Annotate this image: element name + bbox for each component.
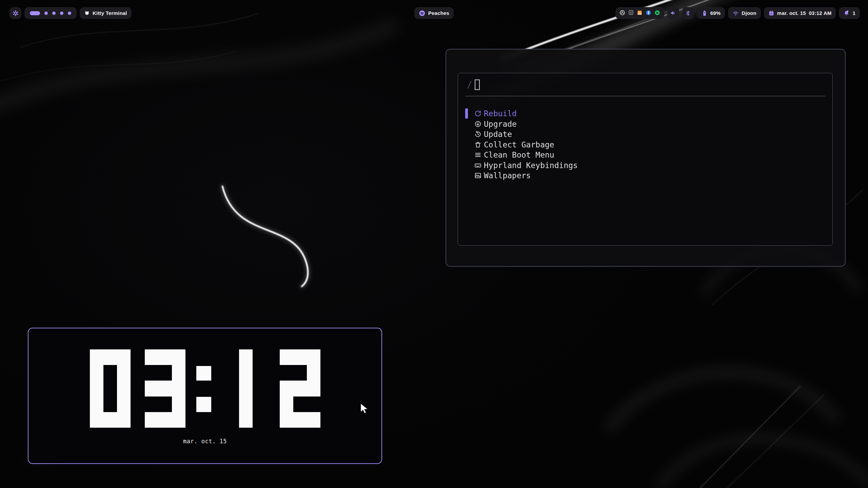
- datetime-text: mar. oct. 15 03:12 AM: [777, 10, 832, 16]
- digit-cutout: [145, 396, 172, 412]
- menu-item-label: Rebuild: [484, 109, 517, 118]
- menu-item-label: Update: [484, 130, 512, 139]
- workspace-2[interactable]: [44, 12, 48, 15]
- bell-icon: [843, 10, 850, 16]
- notifications-pill[interactable]: 1: [839, 7, 860, 19]
- media-pill[interactable]: Peaches: [414, 7, 454, 19]
- digit-cutout: [103, 365, 117, 412]
- digit-cutout: [145, 365, 172, 381]
- workspace-4[interactable]: [60, 12, 63, 15]
- battery-percent: 69%: [710, 10, 721, 16]
- menu-item-label: Wallpapers: [484, 171, 531, 180]
- list-icon: [474, 151, 481, 159]
- notification-count: 1: [852, 10, 855, 16]
- menu-item-rebuild[interactable]: Rebuild: [458, 108, 832, 119]
- nix-snowflake-icon: [12, 10, 19, 17]
- keyboard-icon: [474, 162, 481, 169]
- top-bar-right: K 69%: [615, 7, 860, 19]
- mouse-cursor: [360, 403, 369, 414]
- download-circle-icon: [474, 120, 481, 127]
- menu-item-clean-boot-menu[interactable]: Clean Boot Menu: [458, 150, 832, 160]
- menu-item-collect-garbage[interactable]: Collect Garbage: [458, 140, 832, 150]
- menu-item-upgrade[interactable]: Upgrade: [458, 119, 832, 129]
- keepassxc-tray-icon[interactable]: K: [628, 10, 634, 16]
- top-bar-center: Peaches: [414, 7, 454, 19]
- window-title: Kitty Terminal: [93, 10, 127, 16]
- top-bar-left: Kitty Terminal: [9, 7, 132, 19]
- cat-icon: [84, 10, 90, 16]
- digit-cutout: [293, 396, 320, 412]
- workspace-active[interactable]: [30, 11, 40, 15]
- clock-digit-2: [280, 349, 320, 428]
- speaker-icon: [670, 10, 676, 16]
- desktop: { "colors": { "accent": "#a78bfa", "sele…: [0, 0, 868, 488]
- active-window-pill[interactable]: Kitty Terminal: [80, 7, 132, 19]
- volume-button[interactable]: [667, 7, 679, 19]
- media-title: Peaches: [428, 10, 449, 16]
- clock-colon-dot: [196, 397, 211, 412]
- launcher-menu: / RebuildUpgradeUpdateCollect GarbageCle…: [446, 49, 846, 267]
- calendar-icon: [768, 10, 774, 16]
- system-tray[interactable]: K: [615, 7, 664, 19]
- menu-item-hyprland-keybindings[interactable]: Hyprland Keybindings: [458, 160, 832, 171]
- trash-icon: [474, 141, 481, 148]
- menu-item-wallpapers[interactable]: Wallpapers: [458, 170, 832, 181]
- history-icon: [474, 131, 481, 138]
- menu-item-label: Clean Boot Menu: [484, 150, 554, 159]
- launcher-button[interactable]: [9, 7, 21, 19]
- workspace-3[interactable]: [52, 12, 56, 15]
- clock-widget: mar. oct. 15: [28, 328, 382, 464]
- obs-tray-icon[interactable]: [619, 10, 625, 17]
- launcher-inner-box: / RebuildUpgradeUpdateCollect GarbageCle…: [458, 73, 833, 246]
- image-icon: [474, 172, 481, 179]
- files-tray-icon[interactable]: [637, 10, 643, 17]
- text-cursor: [475, 80, 480, 90]
- datetime-pill[interactable]: mar. oct. 15 03:12 AM: [764, 7, 836, 19]
- network-ssid: Djoon: [742, 10, 756, 16]
- bluetooth-button[interactable]: [682, 7, 694, 19]
- digit-cutout: [280, 365, 307, 381]
- bluetooth-icon: [685, 10, 691, 16]
- top-bar: Kitty Terminal Peaches K: [0, 0, 868, 26]
- battery-pill[interactable]: 69%: [697, 7, 725, 19]
- clock-date: mar. oct. 15: [28, 438, 381, 445]
- wifi-icon: [732, 10, 739, 16]
- menu-item-label: Collect Garbage: [484, 140, 554, 149]
- menu-item-label: Upgrade: [484, 120, 517, 128]
- clock-digit-3: [145, 349, 185, 428]
- menu-item-label: Hyprland Keybindings: [484, 161, 578, 170]
- workspace-5[interactable]: [68, 12, 71, 15]
- refresh-icon: [474, 110, 481, 117]
- clock-digit-1: [239, 349, 253, 428]
- bluetooth-tray-icon[interactable]: [646, 10, 651, 17]
- selection-bar: [465, 108, 468, 119]
- search-prompt: /: [467, 80, 472, 90]
- workspace-indicator[interactable]: [24, 7, 77, 19]
- network-pill[interactable]: Djoon: [728, 7, 761, 19]
- svg-text:K: K: [630, 11, 632, 14]
- menu-list: RebuildUpgradeUpdateCollect GarbageClean…: [458, 97, 832, 181]
- battery-icon: [702, 10, 708, 16]
- clock-digit-0: [90, 349, 131, 428]
- spotify-tray-icon[interactable]: [654, 10, 660, 17]
- clock-colon-dot: [196, 366, 211, 381]
- spotify-media-icon: [419, 10, 426, 17]
- search-input[interactable]: /: [458, 73, 832, 96]
- menu-item-update[interactable]: Update: [458, 129, 832, 140]
